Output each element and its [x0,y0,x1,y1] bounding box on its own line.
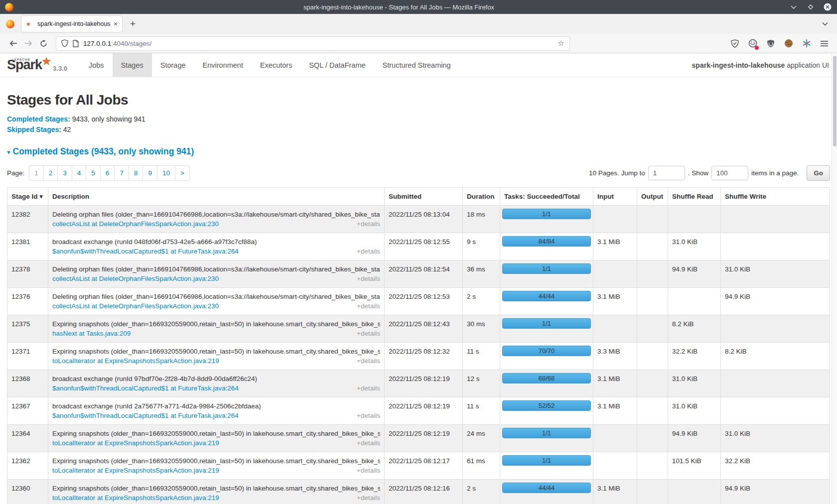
spark-logo[interactable]: APACHE Spark ★ 3.3.0 [7,53,67,77]
nav-item-environment[interactable]: Environment [194,53,252,77]
browser-tab[interactable]: ★ spark-ingest-into-lakehous × [21,16,122,32]
nav-item-structured-streaming[interactable]: Structured Streaming [374,53,459,77]
page-scrollbar[interactable] [832,54,837,504]
stage-detail-link[interactable]: toLocalIterator at ExpireSnapshotsSparkA… [52,493,219,503]
details-toggle[interactable]: +details [357,274,380,283]
page-button-7[interactable]: 7 [115,165,129,181]
maximize-button[interactable] [806,2,815,11]
shuffle-read-cell: 31.0 KiB [668,397,721,425]
column-header-duration[interactable]: Duration [463,188,500,206]
stage-detail-link[interactable]: collectAsList at DeleteOrphanFilesSparkA… [52,274,219,283]
details-toggle[interactable]: +details [357,493,380,503]
stage-id-cell: 12367 [7,397,48,425]
output-cell [637,288,668,315]
tasks-cell: 70/70 [500,343,593,370]
site-info-icon[interactable] [73,40,79,47]
stage-detail-link[interactable]: collectAsList at DeleteOrphanFilesSparkA… [52,301,219,311]
tasks-cell: 68/68 [500,370,593,397]
details-toggle[interactable]: +details [357,247,380,256]
details-toggle[interactable]: +details [357,411,380,420]
ublock-shield-extension-icon[interactable] [766,39,775,48]
completed-stages-section-toggle[interactable]: ▾Completed Stages (9433, only showing 94… [7,146,830,157]
output-cell [637,233,668,260]
stage-detail-link[interactable]: $anonfun$withThreadLocalCaptured$1 at Fu… [52,383,239,393]
stage-detail-link[interactable]: collectAsList at DeleteOrphanFilesSparkA… [52,219,219,229]
stage-detail-link[interactable]: hasNext at Tasks.java:209 [52,329,131,338]
stage-description: broadcast exchange (runId 97bdf70e-2f28-… [52,374,380,383]
page-button-1[interactable]: 1 [29,165,44,181]
page-button-10[interactable]: 10 [157,165,175,181]
nav-item-storage[interactable]: Storage [152,53,194,77]
details-toggle[interactable]: +details [357,383,380,393]
menu-hamburger-icon[interactable] [820,39,829,48]
pages-jump-label: 10 Pages. Jump to [589,169,645,177]
window-controls [789,2,832,11]
stage-description: Expiring snapshots (older_than=166932055… [52,484,380,493]
page-next-button[interactable]: > [175,165,190,181]
list-tabs-chevron-icon[interactable] [822,22,828,26]
pagination-controls: 10 Pages. Jump to . Show items in a page… [586,165,830,181]
tab-bar: ★ spark-ingest-into-lakehous × + [0,14,837,34]
tab-close-icon[interactable]: × [114,20,118,28]
browser-window: spark-ingest-into-lakehouse - Stages for… [0,0,837,504]
nav-item-jobs[interactable]: Jobs [80,53,113,77]
nav-item-sql-dataframe[interactable]: SQL / DataFrame [300,53,374,77]
url-bar[interactable]: 127.0.0.1:4040/stages/ ☆ [56,36,570,51]
stage-detail-link[interactable]: toLocalIterator at ExpireSnapshotsSparkA… [52,438,219,448]
minimize-button[interactable] [789,2,798,11]
stage-detail-link[interactable]: toLocalIterator at ExpireSnapshotsSparkA… [52,466,219,475]
reload-button[interactable] [36,36,51,50]
firefox-view-icon[interactable] [6,20,14,28]
page-button-9[interactable]: 9 [143,165,157,181]
column-header-tasks-succeeded-total[interactable]: Tasks: Succeeded/Total [500,188,593,206]
details-toggle[interactable]: +details [357,466,380,475]
shuffle-write-cell [721,370,830,397]
window-titlebar: spark-ingest-into-lakehouse - Stages for… [0,0,837,14]
url-path: :4040/stages/ [111,40,151,47]
details-toggle[interactable]: +details [357,301,380,311]
cookie-extension-icon[interactable] [784,39,793,48]
details-toggle[interactable]: +details [357,356,380,366]
new-tab-button[interactable]: + [130,18,136,29]
column-header-description[interactable]: Description [48,188,385,206]
table-row: 12367broadcast exchange (runId 2a75677f-… [7,397,830,425]
stage-id-cell: 12360 [7,480,48,504]
forward-button[interactable] [21,36,36,50]
stage-detail-link[interactable]: toLocalIterator at ExpireSnapshotsSparkA… [52,356,219,366]
items-per-page-input[interactable] [711,166,748,180]
column-header-shuffle-read[interactable]: Shuffle Read [668,188,721,206]
shield-check-extension-icon[interactable] [730,39,739,48]
page-button-8[interactable]: 8 [129,165,143,181]
page-button-3[interactable]: 3 [58,165,72,181]
close-button[interactable] [823,2,832,11]
bookmark-star-icon[interactable]: ☆ [558,39,564,48]
column-header-shuffle-write[interactable]: Shuffle Write [721,188,830,206]
stage-detail-link[interactable]: $anonfun$withThreadLocalCaptured$1 at Fu… [52,411,239,420]
page-button-2[interactable]: 2 [44,165,58,181]
input-cell: 3.1 MiB [593,397,637,425]
submitted-cell: 2022/11/25 08:12:32 [385,343,463,370]
column-header-stage-id[interactable]: Stage Id ▾ [7,188,48,206]
column-header-submitted[interactable]: Submitted [385,188,463,206]
details-toggle[interactable]: +details [357,438,380,448]
jump-to-page-input[interactable] [648,166,685,180]
go-button[interactable]: Go [807,165,830,181]
colorful-asterisk-extension-icon[interactable] [802,39,811,48]
column-header-input[interactable]: Input [593,188,637,206]
nav-item-executors[interactable]: Executors [252,53,300,77]
page-button-4[interactable]: 4 [72,165,87,181]
nav-item-stages[interactable]: Stages [113,53,152,77]
stage-detail-link[interactable]: $anonfun$withThreadLocalCaptured$1 at Fu… [52,247,239,256]
details-toggle[interactable]: +details [357,219,380,229]
page-button-6[interactable]: 6 [101,165,115,181]
column-header-output[interactable]: Output [637,188,668,206]
container-mask-extension-icon[interactable] [748,39,757,48]
duration-cell: 2 s [463,288,500,315]
shield-icon[interactable] [61,39,68,47]
output-cell [637,397,668,425]
scrollbar-thumb[interactable] [833,56,837,146]
page-button-5[interactable]: 5 [86,165,101,181]
items-in-page-label: items in a page. [751,169,799,177]
back-button[interactable] [6,36,21,50]
details-toggle[interactable]: +details [357,329,380,338]
